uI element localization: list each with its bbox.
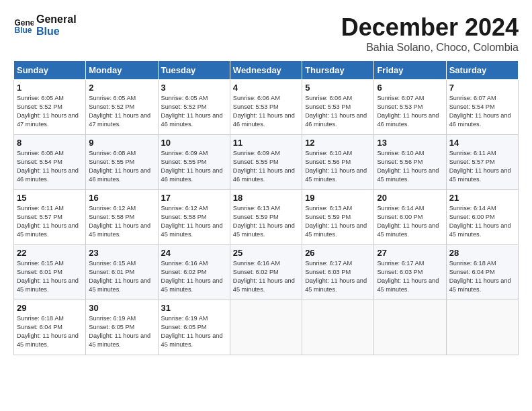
day-info: Sunrise: 6:10 AM Sunset: 5:56 PM Dayligh… <box>377 149 443 184</box>
day-number: 31 <box>161 303 227 313</box>
day-info: Sunrise: 6:09 AM Sunset: 5:55 PM Dayligh… <box>161 149 227 184</box>
day-info: Sunrise: 6:08 AM Sunset: 5:55 PM Dayligh… <box>89 149 154 184</box>
day-info: Sunrise: 6:11 AM Sunset: 5:57 PM Dayligh… <box>17 204 83 239</box>
daylight-label: Daylight: 11 hours and 47 minutes. <box>89 112 150 128</box>
weekday-header: Saturday <box>446 61 518 80</box>
calendar-header-row: SundayMondayTuesdayWednesdayThursdayFrid… <box>14 61 519 80</box>
day-number: 25 <box>233 248 299 258</box>
weekday-header: Thursday <box>302 61 374 80</box>
sunrise-label: Sunrise: 6:09 AM <box>161 150 208 156</box>
daylight-label: Daylight: 11 hours and 46 minutes. <box>89 167 150 183</box>
sunset-label: Sunset: 6:03 PM <box>377 269 423 275</box>
daylight-label: Daylight: 11 hours and 46 minutes. <box>377 112 439 128</box>
day-number: 1 <box>17 83 83 93</box>
calendar-cell: 10 Sunrise: 6:09 AM Sunset: 5:55 PM Dayl… <box>158 135 230 190</box>
sunrise-label: Sunrise: 6:06 AM <box>233 95 280 101</box>
sunrise-label: Sunrise: 6:11 AM <box>449 150 496 156</box>
day-number: 13 <box>377 138 443 148</box>
daylight-label: Daylight: 11 hours and 45 minutes. <box>17 222 79 238</box>
day-number: 5 <box>305 83 371 93</box>
sunset-label: Sunset: 5:55 PM <box>233 158 279 165</box>
day-number: 28 <box>449 248 515 258</box>
calendar-cell: 27 Sunrise: 6:17 AM Sunset: 6:03 PM Dayl… <box>374 245 446 300</box>
calendar-cell: 24 Sunrise: 6:16 AM Sunset: 6:02 PM Dayl… <box>158 245 230 300</box>
sunset-label: Sunset: 6:04 PM <box>449 269 495 275</box>
day-number: 3 <box>161 83 227 93</box>
weekday-header: Friday <box>374 61 446 80</box>
calendar-cell <box>374 300 446 355</box>
sunset-label: Sunset: 5:52 PM <box>17 103 62 110</box>
day-number: 2 <box>89 83 154 93</box>
day-info: Sunrise: 6:14 AM Sunset: 6:00 PM Dayligh… <box>449 204 515 239</box>
weekday-header: Tuesday <box>158 61 230 80</box>
day-number: 26 <box>305 248 371 258</box>
calendar-week-row: 29 Sunrise: 6:18 AM Sunset: 6:04 PM Dayl… <box>14 300 519 355</box>
calendar-cell: 2 Sunrise: 6:05 AM Sunset: 5:52 PM Dayli… <box>86 80 158 135</box>
daylight-label: Daylight: 11 hours and 45 minutes. <box>161 222 223 238</box>
day-number: 16 <box>89 193 154 203</box>
daylight-label: Daylight: 11 hours and 46 minutes. <box>161 112 223 128</box>
sunset-label: Sunset: 5:59 PM <box>305 214 351 220</box>
location-title: Bahia Solano, Choco, Colombia <box>341 42 519 54</box>
sunrise-label: Sunrise: 6:10 AM <box>305 150 352 156</box>
sunrise-label: Sunrise: 6:19 AM <box>161 315 208 322</box>
sunset-label: Sunset: 5:58 PM <box>89 214 134 220</box>
calendar-cell: 15 Sunrise: 6:11 AM Sunset: 5:57 PM Dayl… <box>14 190 86 245</box>
daylight-label: Daylight: 11 hours and 45 minutes. <box>377 167 439 183</box>
day-number: 14 <box>449 138 515 148</box>
day-info: Sunrise: 6:10 AM Sunset: 5:56 PM Dayligh… <box>305 149 371 184</box>
calendar-cell: 28 Sunrise: 6:18 AM Sunset: 6:04 PM Dayl… <box>446 245 518 300</box>
daylight-label: Daylight: 11 hours and 45 minutes. <box>305 167 367 183</box>
daylight-label: Daylight: 11 hours and 45 minutes. <box>161 277 223 293</box>
day-number: 18 <box>233 193 299 203</box>
day-info: Sunrise: 6:13 AM Sunset: 5:59 PM Dayligh… <box>233 204 299 239</box>
calendar-cell: 12 Sunrise: 6:10 AM Sunset: 5:56 PM Dayl… <box>302 135 374 190</box>
daylight-label: Daylight: 11 hours and 45 minutes. <box>89 332 150 348</box>
calendar-cell: 1 Sunrise: 6:05 AM Sunset: 5:52 PM Dayli… <box>14 80 86 135</box>
day-info: Sunrise: 6:19 AM Sunset: 6:05 PM Dayligh… <box>89 314 154 349</box>
calendar-cell <box>302 300 374 355</box>
daylight-label: Daylight: 11 hours and 45 minutes. <box>17 332 79 348</box>
calendar-cell: 8 Sunrise: 6:08 AM Sunset: 5:54 PM Dayli… <box>14 135 86 190</box>
daylight-label: Daylight: 11 hours and 46 minutes. <box>17 167 79 183</box>
day-number: 24 <box>161 248 227 258</box>
calendar-cell: 20 Sunrise: 6:14 AM Sunset: 6:00 PM Dayl… <box>374 190 446 245</box>
calendar-week-row: 1 Sunrise: 6:05 AM Sunset: 5:52 PM Dayli… <box>14 80 519 135</box>
daylight-label: Daylight: 11 hours and 45 minutes. <box>89 277 150 293</box>
daylight-label: Daylight: 11 hours and 45 minutes. <box>377 222 439 238</box>
day-number: 12 <box>305 138 371 148</box>
sunrise-label: Sunrise: 6:15 AM <box>17 260 64 267</box>
sunset-label: Sunset: 6:05 PM <box>161 324 207 330</box>
sunrise-label: Sunrise: 6:14 AM <box>449 205 496 212</box>
sunrise-label: Sunrise: 6:11 AM <box>17 205 64 212</box>
day-number: 17 <box>161 193 227 203</box>
daylight-label: Daylight: 11 hours and 46 minutes. <box>161 167 223 183</box>
sunrise-label: Sunrise: 6:16 AM <box>233 260 280 267</box>
sunrise-label: Sunrise: 6:18 AM <box>17 315 64 322</box>
day-info: Sunrise: 6:12 AM Sunset: 5:58 PM Dayligh… <box>89 204 154 239</box>
day-number: 30 <box>89 303 154 313</box>
daylight-label: Daylight: 11 hours and 45 minutes. <box>233 277 295 293</box>
day-number: 11 <box>233 138 299 148</box>
calendar-cell: 31 Sunrise: 6:19 AM Sunset: 6:05 PM Dayl… <box>158 300 230 355</box>
sunrise-label: Sunrise: 6:17 AM <box>305 260 352 267</box>
day-info: Sunrise: 6:17 AM Sunset: 6:03 PM Dayligh… <box>377 259 443 294</box>
day-number: 8 <box>17 138 83 148</box>
day-info: Sunrise: 6:08 AM Sunset: 5:54 PM Dayligh… <box>17 149 83 184</box>
day-info: Sunrise: 6:17 AM Sunset: 6:03 PM Dayligh… <box>305 259 371 294</box>
daylight-label: Daylight: 11 hours and 45 minutes. <box>161 332 223 348</box>
sunrise-label: Sunrise: 6:05 AM <box>89 95 136 101</box>
sunset-label: Sunset: 6:03 PM <box>305 269 351 275</box>
day-info: Sunrise: 6:09 AM Sunset: 5:55 PM Dayligh… <box>233 149 299 184</box>
weekday-header: Wednesday <box>230 61 302 80</box>
calendar-cell: 19 Sunrise: 6:13 AM Sunset: 5:59 PM Dayl… <box>302 190 374 245</box>
day-number: 4 <box>233 83 299 93</box>
day-number: 23 <box>89 248 154 258</box>
sunrise-label: Sunrise: 6:13 AM <box>305 205 352 212</box>
daylight-label: Daylight: 11 hours and 45 minutes. <box>377 277 439 293</box>
day-info: Sunrise: 6:16 AM Sunset: 6:02 PM Dayligh… <box>161 259 227 294</box>
sunset-label: Sunset: 6:01 PM <box>17 269 62 275</box>
day-info: Sunrise: 6:06 AM Sunset: 5:53 PM Dayligh… <box>233 94 299 129</box>
sunrise-label: Sunrise: 6:07 AM <box>377 95 424 101</box>
day-info: Sunrise: 6:15 AM Sunset: 6:01 PM Dayligh… <box>17 259 83 294</box>
